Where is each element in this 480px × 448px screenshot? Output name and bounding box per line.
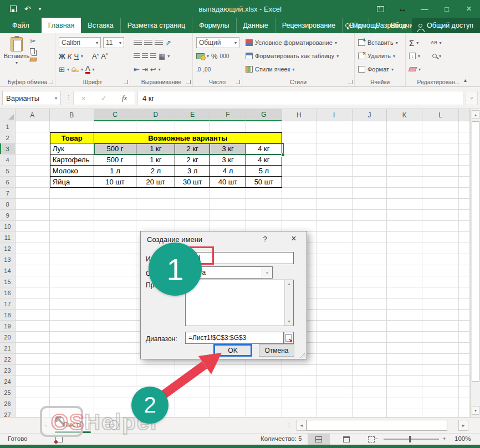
row-header-5[interactable]: 5 (0, 166, 16, 177)
cell-K11[interactable] (387, 232, 422, 243)
cell-C12[interactable] (94, 243, 137, 254)
cell-J25[interactable] (353, 387, 387, 398)
fill-color-icon[interactable]: ◇ (72, 66, 79, 72)
cell-x5[interactable] (459, 166, 470, 177)
cell-C13[interactable] (94, 254, 137, 265)
cell-x10[interactable] (459, 221, 470, 232)
cell-K1[interactable] (387, 121, 422, 132)
horizontal-scroll-thumb[interactable] (307, 420, 447, 431)
name-box[interactable]: Варианты ▾ (2, 91, 61, 105)
cell-L18[interactable] (422, 310, 459, 321)
cell-K19[interactable] (387, 321, 422, 332)
cell-C22[interactable] (94, 354, 137, 365)
cell-L26[interactable] (422, 398, 459, 409)
cell-I18[interactable] (316, 310, 353, 321)
sheet-tab-list1[interactable]: Лист1 (55, 418, 91, 433)
cell-B21[interactable] (50, 343, 94, 354)
scroll-down-icon[interactable]: ▾ (472, 406, 479, 415)
cell-I17[interactable] (316, 298, 353, 310)
cell-L5[interactable] (422, 166, 459, 177)
cell-x19[interactable] (459, 321, 470, 332)
cell-E4[interactable]: 2 кг (175, 155, 210, 166)
cell-I26[interactable] (316, 398, 353, 409)
cell-J13[interactable] (353, 254, 387, 265)
cell-J26[interactable] (353, 398, 387, 409)
cell-G9[interactable] (246, 210, 282, 221)
font-size-combo[interactable]: 11 ▾ (103, 37, 124, 48)
column-header-J[interactable]: J (353, 109, 387, 121)
cell-C17[interactable] (94, 298, 137, 310)
column-header-partial[interactable] (459, 109, 470, 121)
cell-B12[interactable] (50, 243, 94, 254)
cell-B26[interactable] (50, 398, 94, 409)
row-header-4[interactable]: 4 (0, 155, 16, 166)
cell-G3[interactable]: 4 кг (246, 143, 282, 155)
sort-filter-dropdown-icon[interactable]: ▾ (439, 40, 441, 45)
cell-B17[interactable] (50, 298, 94, 310)
cell-x7[interactable] (459, 188, 470, 199)
paste-button[interactable]: Вставить ▾ (3, 36, 30, 76)
column-header-D[interactable]: D (136, 109, 175, 121)
cell-x3[interactable] (459, 143, 470, 155)
cell-L6[interactable] (422, 177, 459, 188)
cell-K6[interactable] (387, 177, 422, 188)
cell-A1[interactable] (16, 121, 50, 132)
zoom-level-label[interactable]: 100% (455, 435, 471, 442)
cell-I5[interactable] (316, 166, 353, 177)
cell-B6[interactable]: Яйца (50, 177, 94, 188)
percent-style-button[interactable]: % (211, 52, 218, 60)
cell-J2[interactable] (353, 132, 387, 143)
autosum-icon[interactable]: Σ (409, 38, 414, 48)
cell-J12[interactable] (353, 243, 387, 254)
cell-x8[interactable] (459, 199, 470, 210)
cell-K17[interactable] (387, 298, 422, 310)
cell-F10[interactable] (210, 221, 246, 232)
align-right-icon[interactable] (150, 53, 156, 59)
row-header-7[interactable]: 7 (0, 188, 16, 199)
ribbon-display-options-button[interactable] (369, 0, 391, 18)
cell-C6[interactable]: 10 шт (94, 177, 137, 188)
cell-E26[interactable] (175, 398, 210, 409)
cell-C21[interactable] (94, 343, 137, 354)
italic-button[interactable]: К (68, 52, 72, 60)
cell-A25[interactable] (16, 387, 50, 398)
row-header-14[interactable]: 14 (0, 265, 16, 276)
cell-C23[interactable] (94, 365, 137, 376)
cell-A5[interactable] (16, 166, 50, 177)
cell-K13[interactable] (387, 254, 422, 265)
cell-x13[interactable] (459, 254, 470, 265)
cell-x16[interactable] (459, 287, 470, 298)
cell-G26[interactable] (246, 398, 282, 409)
cell-B24[interactable] (50, 376, 94, 387)
cell-E24[interactable] (175, 376, 210, 387)
cell-x21[interactable] (459, 343, 470, 354)
cell-J20[interactable] (353, 332, 387, 343)
cell-x26[interactable] (459, 398, 470, 409)
cell-D24[interactable] (136, 376, 175, 387)
merge-dropdown-icon[interactable]: ▾ (167, 54, 170, 59)
formula-bar-divider[interactable]: ⋮ (65, 94, 72, 101)
cell-I2[interactable] (316, 132, 353, 143)
cell-F7[interactable] (210, 188, 246, 199)
row-header-16[interactable]: 16 (0, 287, 16, 298)
cell-K14[interactable] (387, 265, 422, 276)
autosum-dropdown-icon[interactable]: ▾ (416, 40, 418, 45)
column-header-G[interactable]: G (246, 109, 282, 121)
cell-F6[interactable]: 40 шт (210, 177, 246, 188)
cell-K20[interactable] (387, 332, 422, 343)
cell-B2[interactable]: Товар (50, 132, 94, 143)
cell-A6[interactable] (16, 177, 50, 188)
cell-x17[interactable] (459, 298, 470, 310)
cell-F27[interactable] (210, 409, 246, 417)
close-button[interactable]: × (458, 0, 480, 18)
row-header-8[interactable]: 8 (0, 199, 16, 210)
cell-H2[interactable] (282, 132, 316, 143)
cell-D4[interactable]: 1 кг (136, 155, 175, 166)
cell-J22[interactable] (353, 354, 387, 365)
vertical-scroll-thumb[interactable] (472, 121, 479, 382)
row-header-27[interactable]: 27 (0, 409, 16, 417)
cell-J1[interactable] (353, 121, 387, 132)
cell-G7[interactable] (246, 188, 282, 199)
cell-A15[interactable] (16, 276, 50, 287)
cell-C7[interactable] (94, 188, 137, 199)
